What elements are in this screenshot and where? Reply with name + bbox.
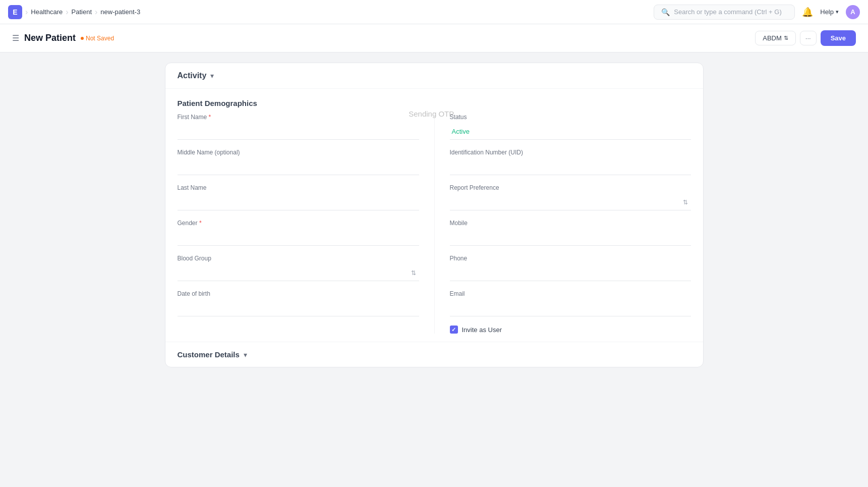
navbar: E › Healthcare › Patient › new-patient-3… — [0, 0, 868, 24]
first-name-label: First Name * — [178, 114, 419, 121]
first-name-input[interactable] — [178, 124, 419, 140]
help-button[interactable]: Help ▾ — [820, 8, 839, 16]
middle-name-label: Middle Name (optional) — [178, 149, 419, 156]
patient-demographics-form: First Name * Middle Name (optional) Last… — [165, 114, 703, 334]
breadcrumb-sep-2: › — [66, 8, 68, 17]
activity-title: Activity — [178, 71, 207, 80]
email-input[interactable] — [450, 300, 691, 316]
report-preference-label: Report Preference — [450, 184, 691, 191]
avatar[interactable]: A — [846, 5, 860, 19]
identification-number-input[interactable] — [450, 159, 691, 175]
app-logo[interactable]: E — [8, 5, 22, 19]
blood-group-select[interactable]: A+ A- B+ B- AB+ AB- O+ O- — [178, 265, 419, 281]
patient-demographics-title: Patient Demographics — [165, 89, 703, 114]
breadcrumb-new-patient: new-patient-3 — [100, 8, 140, 16]
activity-section-header[interactable]: Activity ▾ — [165, 63, 703, 89]
breadcrumb: E › Healthcare › Patient › new-patient-3 — [8, 5, 140, 19]
not-saved-badge: Not Saved — [81, 35, 114, 42]
customer-details-chevron-icon: ▾ — [244, 351, 247, 359]
first-name-required: * — [209, 114, 211, 121]
last-name-group: Last Name — [178, 184, 419, 210]
page-header-right: ABDM ⇅ ··· Save — [755, 30, 856, 46]
breadcrumb-sep-1: › — [25, 8, 28, 17]
first-name-group: First Name * — [178, 114, 419, 140]
menu-icon[interactable]: ☰ — [12, 33, 19, 43]
gender-required: * — [199, 220, 202, 227]
global-search[interactable]: 🔍 Search or type a command (Ctrl + G) — [654, 5, 795, 20]
phone-label: Phone — [450, 255, 691, 262]
report-preference-select-wrapper — [450, 194, 691, 210]
status-group: Status Active — [450, 114, 691, 140]
last-name-label: Last Name — [178, 184, 419, 191]
navbar-right: 🔍 Search or type a command (Ctrl + G) 🔔 … — [654, 5, 860, 20]
chevron-down-icon: ▾ — [836, 9, 839, 15]
blood-group-select-wrapper: A+ A- B+ B- AB+ AB- O+ O- — [178, 265, 419, 281]
page-header: ☰ New Patient Not Saved ABDM ⇅ ··· Save — [0, 24, 868, 52]
breadcrumb-sep-3: › — [95, 8, 97, 17]
mobile-label: Mobile — [450, 220, 691, 227]
mobile-group: Mobile — [450, 220, 691, 246]
chevron-updown-icon: ⇅ — [784, 35, 788, 41]
main-content: Activity ▾ Patient Demographics Sending … — [157, 52, 712, 377]
not-saved-dot — [81, 37, 84, 40]
form-left-column: First Name * Middle Name (optional) Last… — [178, 114, 434, 334]
gender-input[interactable] — [178, 230, 419, 246]
search-icon: 🔍 — [661, 8, 670, 16]
blood-group-group: Blood Group A+ A- B+ B- AB+ AB- O+ O- — [178, 255, 419, 281]
identification-number-group: Identification Number (UID) — [450, 149, 691, 175]
not-saved-label: Not Saved — [86, 35, 114, 42]
breadcrumb-patient[interactable]: Patient — [72, 8, 92, 16]
status-label: Status — [450, 114, 691, 121]
report-preference-group: Report Preference — [450, 184, 691, 210]
email-group: Email — [450, 290, 691, 316]
middle-name-group: Middle Name (optional) — [178, 149, 419, 175]
email-label: Email — [450, 290, 691, 297]
save-button[interactable]: Save — [821, 30, 856, 46]
main-card: Activity ▾ Patient Demographics Sending … — [165, 63, 704, 367]
identification-number-label: Identification Number (UID) — [450, 149, 691, 156]
invite-as-user-row: Invite as User — [450, 326, 691, 334]
page-title: New Patient — [24, 33, 76, 43]
abdm-label: ABDM — [763, 34, 782, 42]
phone-group: Phone — [450, 255, 691, 281]
blood-group-label: Blood Group — [178, 255, 419, 262]
date-of-birth-input[interactable] — [178, 300, 419, 316]
form-right-column: Status Active Identification Number (UID… — [434, 114, 691, 334]
gender-label: Gender * — [178, 220, 419, 227]
invite-as-user-checkbox[interactable] — [450, 326, 458, 334]
page-header-left: ☰ New Patient Not Saved — [12, 33, 114, 43]
mobile-input[interactable] — [450, 230, 691, 246]
invite-as-user-label: Invite as User — [462, 326, 502, 334]
search-placeholder: Search or type a command (Ctrl + G) — [674, 8, 782, 16]
last-name-input[interactable] — [178, 194, 419, 210]
status-value: Active — [450, 124, 691, 140]
gender-group: Gender * — [178, 220, 419, 246]
phone-input[interactable] — [450, 265, 691, 281]
more-options-button[interactable]: ··· — [800, 31, 817, 45]
help-label: Help — [820, 8, 834, 16]
customer-details-title: Customer Details — [178, 350, 240, 359]
customer-details-section-header[interactable]: Customer Details ▾ — [165, 342, 703, 367]
date-of-birth-label: Date of birth — [178, 290, 419, 297]
notifications-bell-icon[interactable]: 🔔 — [802, 7, 813, 18]
breadcrumb-healthcare[interactable]: Healthcare — [31, 8, 63, 16]
report-preference-select[interactable] — [450, 194, 691, 210]
activity-chevron-icon: ▾ — [210, 72, 214, 80]
abdm-button[interactable]: ABDM ⇅ — [755, 31, 796, 45]
middle-name-input[interactable] — [178, 159, 419, 175]
date-of-birth-group: Date of birth — [178, 290, 419, 316]
